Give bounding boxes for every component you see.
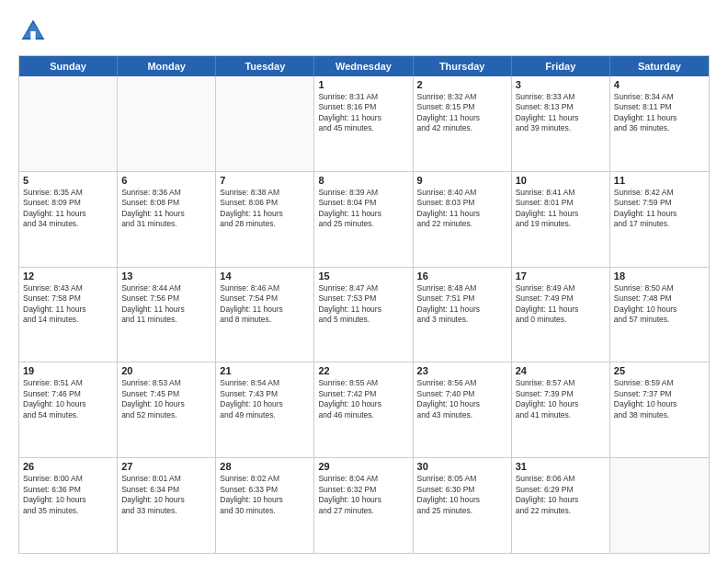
- day-cell-27: 27Sunrise: 8:01 AM Sunset: 6:34 PM Dayli…: [118, 458, 216, 553]
- day-info: Sunrise: 8:31 AM Sunset: 8:16 PM Dayligh…: [318, 92, 408, 134]
- day-number: 6: [121, 175, 211, 186]
- day-info: Sunrise: 8:55 AM Sunset: 7:42 PM Dayligh…: [318, 378, 408, 420]
- day-number: 21: [220, 365, 310, 376]
- day-info: Sunrise: 8:48 AM Sunset: 7:51 PM Dayligh…: [417, 283, 507, 326]
- day-number: 28: [220, 461, 310, 472]
- day-info: Sunrise: 8:36 AM Sunset: 8:08 PM Dayligh…: [121, 188, 211, 230]
- day-number: 29: [318, 461, 408, 472]
- day-cell-15: 15Sunrise: 8:47 AM Sunset: 7:53 PM Dayli…: [314, 268, 413, 362]
- day-cell-12: 12Sunrise: 8:43 AM Sunset: 7:58 PM Dayli…: [19, 268, 118, 362]
- day-info: Sunrise: 8:33 AM Sunset: 8:13 PM Dayligh…: [516, 92, 606, 134]
- day-info: Sunrise: 8:53 AM Sunset: 7:45 PM Dayligh…: [121, 378, 211, 420]
- day-number: 14: [220, 270, 310, 282]
- day-cell-18: 18Sunrise: 8:50 AM Sunset: 7:48 PM Dayli…: [610, 268, 709, 362]
- day-cell-28: 28Sunrise: 8:02 AM Sunset: 6:33 PM Dayli…: [216, 458, 314, 553]
- empty-cell: [118, 76, 216, 171]
- day-info: Sunrise: 8:32 AM Sunset: 8:15 PM Dayligh…: [417, 92, 507, 134]
- day-number: 13: [121, 270, 211, 282]
- day-cell-13: 13Sunrise: 8:44 AM Sunset: 7:56 PM Dayli…: [118, 268, 216, 362]
- day-cell-31: 31Sunrise: 8:06 AM Sunset: 6:29 PM Dayli…: [512, 458, 610, 553]
- weekday-header-thursday: Thursday: [414, 56, 512, 76]
- day-number: 7: [220, 175, 310, 186]
- day-cell-20: 20Sunrise: 8:53 AM Sunset: 7:45 PM Dayli…: [118, 362, 216, 457]
- day-number: 25: [614, 365, 705, 376]
- day-number: 3: [516, 79, 606, 90]
- day-cell-6: 6Sunrise: 8:36 AM Sunset: 8:08 PM Daylig…: [118, 172, 216, 267]
- day-number: 2: [417, 79, 507, 90]
- day-cell-30: 30Sunrise: 8:05 AM Sunset: 6:30 PM Dayli…: [414, 458, 512, 553]
- day-number: 26: [23, 461, 113, 472]
- calendar-row-4: 19Sunrise: 8:51 AM Sunset: 7:46 PM Dayli…: [19, 362, 709, 457]
- calendar-row-1: 1Sunrise: 8:31 AM Sunset: 8:16 PM Daylig…: [19, 76, 709, 171]
- day-info: Sunrise: 8:56 AM Sunset: 7:40 PM Dayligh…: [417, 378, 507, 420]
- day-cell-16: 16Sunrise: 8:48 AM Sunset: 7:51 PM Dayli…: [414, 268, 512, 362]
- day-cell-29: 29Sunrise: 8:04 AM Sunset: 6:32 PM Dayli…: [314, 458, 413, 553]
- day-number: 12: [23, 270, 113, 282]
- day-info: Sunrise: 8:47 AM Sunset: 7:53 PM Dayligh…: [318, 283, 408, 326]
- day-info: Sunrise: 8:38 AM Sunset: 8:06 PM Dayligh…: [220, 188, 310, 230]
- day-number: 30: [417, 461, 507, 472]
- day-number: 5: [23, 175, 113, 186]
- logo-icon: [18, 17, 48, 46]
- weekday-header-sunday: Sunday: [19, 56, 118, 76]
- day-cell-25: 25Sunrise: 8:59 AM Sunset: 7:37 PM Dayli…: [610, 362, 709, 457]
- day-number: 24: [516, 365, 606, 376]
- day-info: Sunrise: 8:00 AM Sunset: 6:36 PM Dayligh…: [23, 474, 113, 516]
- day-info: Sunrise: 8:04 AM Sunset: 6:32 PM Dayligh…: [318, 474, 408, 516]
- day-number: 19: [23, 365, 113, 376]
- day-info: Sunrise: 8:05 AM Sunset: 6:30 PM Dayligh…: [417, 474, 507, 516]
- day-number: 23: [417, 365, 507, 376]
- day-info: Sunrise: 8:40 AM Sunset: 8:03 PM Dayligh…: [417, 188, 507, 230]
- day-number: 10: [516, 175, 606, 186]
- header: [18, 17, 710, 46]
- calendar-row-5: 26Sunrise: 8:00 AM Sunset: 6:36 PM Dayli…: [19, 457, 709, 553]
- day-cell-22: 22Sunrise: 8:55 AM Sunset: 7:42 PM Dayli…: [314, 362, 413, 457]
- logo: [18, 17, 53, 46]
- day-cell-9: 9Sunrise: 8:40 AM Sunset: 8:03 PM Daylig…: [414, 172, 512, 267]
- day-cell-17: 17Sunrise: 8:49 AM Sunset: 7:49 PM Dayli…: [512, 268, 610, 362]
- day-cell-7: 7Sunrise: 8:38 AM Sunset: 8:06 PM Daylig…: [216, 172, 314, 267]
- day-info: Sunrise: 8:06 AM Sunset: 6:29 PM Dayligh…: [516, 474, 606, 516]
- day-cell-1: 1Sunrise: 8:31 AM Sunset: 8:16 PM Daylig…: [314, 76, 413, 171]
- day-info: Sunrise: 8:35 AM Sunset: 8:09 PM Dayligh…: [23, 188, 113, 230]
- day-cell-10: 10Sunrise: 8:41 AM Sunset: 8:01 PM Dayli…: [512, 172, 610, 267]
- day-cell-26: 26Sunrise: 8:00 AM Sunset: 6:36 PM Dayli…: [19, 458, 118, 553]
- day-number: 16: [417, 270, 507, 282]
- day-info: Sunrise: 8:59 AM Sunset: 7:37 PM Dayligh…: [614, 378, 705, 420]
- calendar-row-2: 5Sunrise: 8:35 AM Sunset: 8:09 PM Daylig…: [19, 171, 709, 267]
- day-number: 18: [614, 270, 705, 282]
- day-cell-5: 5Sunrise: 8:35 AM Sunset: 8:09 PM Daylig…: [19, 172, 118, 267]
- day-info: Sunrise: 8:39 AM Sunset: 8:04 PM Dayligh…: [318, 188, 408, 230]
- day-info: Sunrise: 8:41 AM Sunset: 8:01 PM Dayligh…: [516, 188, 606, 230]
- day-number: 27: [121, 461, 211, 472]
- day-info: Sunrise: 8:51 AM Sunset: 7:46 PM Dayligh…: [23, 378, 113, 420]
- calendar: SundayMondayTuesdayWednesdayThursdayFrid…: [18, 55, 710, 554]
- empty-cell: [610, 458, 709, 553]
- day-number: 31: [516, 461, 606, 472]
- day-cell-3: 3Sunrise: 8:33 AM Sunset: 8:13 PM Daylig…: [512, 76, 610, 171]
- day-info: Sunrise: 8:50 AM Sunset: 7:48 PM Dayligh…: [614, 283, 705, 326]
- day-cell-8: 8Sunrise: 8:39 AM Sunset: 8:04 PM Daylig…: [314, 172, 413, 267]
- day-number: 17: [516, 270, 606, 282]
- weekday-header-tuesday: Tuesday: [216, 56, 314, 76]
- day-number: 1: [318, 79, 408, 90]
- day-number: 8: [318, 175, 408, 186]
- day-info: Sunrise: 8:43 AM Sunset: 7:58 PM Dayligh…: [23, 283, 113, 326]
- day-cell-14: 14Sunrise: 8:46 AM Sunset: 7:54 PM Dayli…: [216, 268, 314, 362]
- day-info: Sunrise: 8:02 AM Sunset: 6:33 PM Dayligh…: [220, 474, 310, 516]
- svg-rect-2: [30, 31, 35, 40]
- day-info: Sunrise: 8:42 AM Sunset: 7:59 PM Dayligh…: [614, 188, 705, 230]
- day-info: Sunrise: 8:01 AM Sunset: 6:34 PM Dayligh…: [121, 474, 211, 516]
- day-info: Sunrise: 8:46 AM Sunset: 7:54 PM Dayligh…: [220, 283, 310, 326]
- day-info: Sunrise: 8:54 AM Sunset: 7:43 PM Dayligh…: [220, 378, 310, 420]
- day-info: Sunrise: 8:34 AM Sunset: 8:11 PM Dayligh…: [614, 92, 705, 134]
- empty-cell: [216, 76, 314, 171]
- weekday-header-friday: Friday: [512, 56, 610, 76]
- weekday-header-saturday: Saturday: [610, 56, 709, 76]
- empty-cell: [19, 76, 118, 171]
- day-cell-23: 23Sunrise: 8:56 AM Sunset: 7:40 PM Dayli…: [414, 362, 512, 457]
- day-info: Sunrise: 8:57 AM Sunset: 7:39 PM Dayligh…: [516, 378, 606, 420]
- calendar-header: SundayMondayTuesdayWednesdayThursdayFrid…: [19, 56, 709, 76]
- day-cell-19: 19Sunrise: 8:51 AM Sunset: 7:46 PM Dayli…: [19, 362, 118, 457]
- day-number: 20: [121, 365, 211, 376]
